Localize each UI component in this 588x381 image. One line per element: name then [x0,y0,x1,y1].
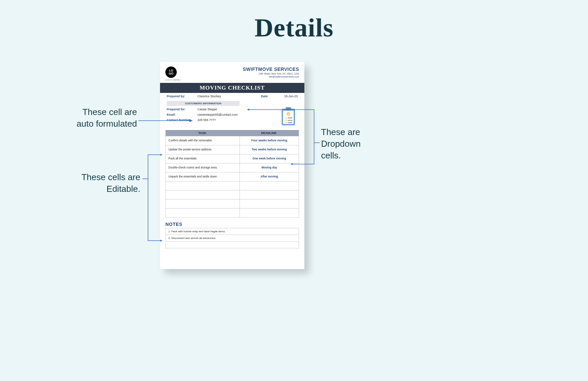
task-cell[interactable]: Pack all the essentials. [166,154,240,163]
date-value[interactable]: 15-Jun-23 [278,95,298,98]
deadline-cell[interactable]: Two weeks before moving [240,145,299,154]
note-row[interactable] [166,242,299,248]
table-row [166,181,299,190]
annotation-auto-formulated: These cell areauto formulated [63,106,137,130]
page-title: Details [0,13,588,43]
prepared-by-label: Prepared by: [167,95,197,98]
deadline-cell[interactable]: Four weeks before moving [240,136,299,145]
prepared-by-value[interactable]: Clarence Stuckey [197,95,221,98]
table-row [166,199,299,208]
table-row: Update the postal service address.Two we… [166,145,299,154]
company-name: SWIFTMOVE SERVICES [243,67,299,72]
annotation-editable: These cells areEditable. [77,171,140,195]
deadline-cell[interactable]: Moving day [240,163,299,172]
logo-icon: LOGO [165,67,177,78]
note-row[interactable]: 1. Pack with bubble wrap and label fragi… [166,228,299,235]
email-value[interactable]: cassiesteppe55@contact.com [197,113,238,116]
task-cell[interactable]: Update the postal service address. [166,145,240,154]
company-address: 13th Street, New York, NY 10011, USA [243,73,299,75]
contact-value[interactable]: 228 555 7777 [197,118,216,122]
svg-rect-2 [286,107,291,111]
logo-subtext: LOGO COMPANY [165,79,181,81]
notes-title: NOTES [165,222,299,227]
date-label: Date: [261,95,278,98]
prepared-for-value[interactable]: Cassie Steppe [197,108,217,111]
task-cell[interactable] [166,209,240,217]
table-row: Confirm details with the removalist.Four… [166,136,299,145]
deadline-header: DEADLINE [239,130,299,136]
table-row [166,190,299,199]
company-email: info@swiftmoveservices.com [243,76,299,78]
deadline-cell[interactable] [240,181,299,190]
deadline-cell[interactable]: One week before moving [240,154,299,163]
task-cell[interactable] [166,181,240,190]
note-row[interactable]: 2. Disconnect and secure all electronics… [166,235,299,242]
deadline-cell[interactable] [240,200,299,208]
task-cell[interactable] [166,200,240,208]
checklist-table: TASK DEADLINE Confirm details with the r… [165,130,299,218]
contact-label: Contact Number: [167,118,197,122]
document-card: LOGO LOGO COMPANY SWIFTMOVE SERVICES 13t… [160,62,304,269]
customers-info-header: CUSTOMERS INFORMATION [167,101,240,106]
deadline-cell[interactable] [240,190,299,199]
deadline-cell[interactable] [240,209,299,217]
task-cell[interactable]: Double-check rooms and storage area. [166,163,240,172]
table-row: Pack all the essentials.One week before … [166,154,299,163]
logo: LOGO LOGO COMPANY [165,67,181,81]
table-row: Unpack the essentials and settle down.Af… [166,172,299,181]
task-header: TASK [166,130,239,136]
checklist-banner: MOVING CHECKLIST [160,83,304,93]
prepared-for-label: Prepared for: [167,108,197,111]
deadline-cell[interactable]: After moving [240,172,299,181]
clipboard-icon [280,107,297,128]
svg-point-3 [287,112,290,116]
annotation-dropdown: These areDropdowncells. [321,126,381,161]
email-label: Email: [167,113,197,116]
table-row: Double-check rooms and storage area.Movi… [166,163,299,172]
task-cell[interactable] [166,190,240,199]
table-row [166,208,299,217]
task-cell[interactable]: Unpack the essentials and settle down. [166,172,240,181]
task-cell[interactable]: Confirm details with the removalist. [166,136,240,145]
